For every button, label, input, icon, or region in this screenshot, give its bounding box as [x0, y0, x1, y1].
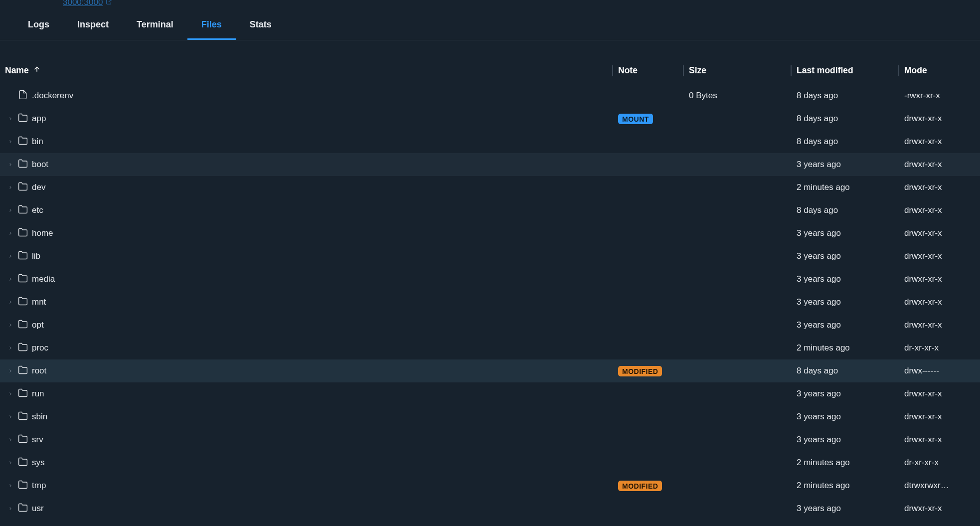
- column-header-modified[interactable]: Last modified: [797, 65, 904, 76]
- table-row[interactable]: usr3 years agodrwxr-xr-x: [0, 497, 980, 520]
- chevron-right-icon[interactable]: [7, 162, 14, 167]
- file-name: tmp: [32, 481, 46, 491]
- column-header-note[interactable]: Note: [618, 65, 689, 76]
- name-cell: app: [5, 113, 618, 125]
- modified-cell: 3 years ago: [797, 274, 904, 284]
- chevron-right-icon[interactable]: [7, 139, 14, 144]
- table-row[interactable]: sbin3 years agodrwxr-xr-x: [0, 405, 980, 428]
- chevron-right-icon[interactable]: [7, 346, 14, 351]
- name-cell: dev: [5, 181, 618, 194]
- name-cell: proc: [5, 342, 618, 354]
- column-header-mode[interactable]: Mode: [904, 65, 975, 76]
- chevron-right-icon[interactable]: [7, 414, 14, 419]
- file-name: srv: [32, 435, 43, 445]
- folder-icon: [18, 411, 28, 423]
- tab-logs[interactable]: Logs: [14, 10, 63, 40]
- column-header-name-text: Name: [5, 65, 29, 76]
- modified-cell: 3 years ago: [797, 412, 904, 422]
- name-cell: usr: [5, 503, 618, 515]
- table-row[interactable]: sys2 minutes agodr-xr-xr-x: [0, 451, 980, 474]
- folder-icon: [18, 319, 28, 332]
- table-row[interactable]: srv3 years agodrwxr-xr-x: [0, 428, 980, 451]
- chevron-right-icon[interactable]: [7, 391, 14, 396]
- modified-cell: 2 minutes ago: [797, 343, 904, 353]
- name-cell: tmp: [5, 480, 618, 492]
- file-name: media: [32, 274, 55, 284]
- file-name: app: [32, 114, 46, 124]
- table-row[interactable]: proc2 minutes agodr-xr-xr-x: [0, 337, 980, 359]
- external-link-icon: [106, 0, 113, 7]
- mode-cell: drwxr-xr-x: [904, 160, 975, 170]
- mode-cell: drwxr-xr-x: [904, 274, 975, 284]
- mode-cell: drwxr-xr-x: [904, 137, 975, 147]
- chevron-right-icon[interactable]: [7, 116, 14, 121]
- column-header-size[interactable]: Size: [689, 65, 797, 76]
- status-badge: MOUNT: [618, 114, 653, 124]
- file-name: .dockerenv: [32, 91, 73, 101]
- column-header-name[interactable]: Name: [5, 65, 618, 76]
- file-table: Name Note Size Last modified Mode .docke…: [0, 57, 980, 520]
- table-row[interactable]: etc8 days agodrwxr-xr-x: [0, 199, 980, 222]
- folder-icon: [18, 204, 28, 217]
- chevron-right-icon[interactable]: [7, 483, 14, 488]
- name-cell: media: [5, 273, 618, 286]
- file-name: sbin: [32, 412, 47, 422]
- file-name: proc: [32, 343, 48, 353]
- file-name: usr: [32, 504, 44, 514]
- table-row[interactable]: .dockerenv0 Bytes8 days ago-rwxr-xr-x: [0, 84, 980, 107]
- name-cell: mnt: [5, 296, 618, 309]
- table-row[interactable]: rootMODIFIED8 days agodrwx------: [0, 359, 980, 382]
- table-row[interactable]: run3 years agodrwxr-xr-x: [0, 382, 980, 405]
- name-cell: sys: [5, 457, 618, 469]
- table-row[interactable]: home3 years agodrwxr-xr-x: [0, 222, 980, 245]
- modified-cell: 3 years ago: [797, 320, 904, 330]
- name-cell: sbin: [5, 411, 618, 423]
- name-cell: boot: [5, 159, 618, 171]
- folder-icon: [18, 273, 28, 286]
- port-link[interactable]: 3000:3000: [0, 0, 113, 4]
- svg-line-0: [109, 0, 112, 2]
- mode-cell: dtrwxrwxr…: [904, 481, 975, 491]
- chevron-right-icon[interactable]: [7, 437, 14, 442]
- modified-cell: 3 years ago: [797, 435, 904, 445]
- name-cell: opt: [5, 319, 618, 332]
- table-row[interactable]: boot3 years agodrwxr-xr-x: [0, 153, 980, 176]
- tab-inspect[interactable]: Inspect: [63, 10, 123, 40]
- table-row[interactable]: opt3 years agodrwxr-xr-x: [0, 314, 980, 337]
- table-row[interactable]: dev2 minutes agodrwxr-xr-x: [0, 176, 980, 199]
- modified-cell: 3 years ago: [797, 389, 904, 399]
- table-row[interactable]: lib3 years agodrwxr-xr-x: [0, 245, 980, 268]
- name-cell: bin: [5, 136, 618, 148]
- tab-stats[interactable]: Stats: [236, 10, 286, 40]
- column-header-note-text: Note: [618, 65, 638, 76]
- tab-files[interactable]: Files: [187, 10, 236, 40]
- note-cell: MODIFIED: [618, 481, 689, 491]
- chevron-right-icon[interactable]: [7, 300, 14, 305]
- chevron-right-icon[interactable]: [7, 506, 14, 511]
- chevron-right-icon[interactable]: [7, 231, 14, 236]
- mode-cell: drwxr-xr-x: [904, 228, 975, 238]
- chevron-right-icon[interactable]: [7, 368, 14, 373]
- chevron-right-icon[interactable]: [7, 277, 14, 282]
- mode-cell: drwxr-xr-x: [904, 389, 975, 399]
- table-row[interactable]: bin8 days agodrwxr-xr-x: [0, 130, 980, 153]
- folder-icon: [18, 159, 28, 171]
- file-name: etc: [32, 205, 43, 215]
- mode-cell: drwxr-xr-x: [904, 205, 975, 215]
- chevron-right-icon[interactable]: [7, 460, 14, 465]
- table-row[interactable]: media3 years agodrwxr-xr-x: [0, 268, 980, 291]
- chevron-right-icon[interactable]: [7, 208, 14, 213]
- folder-icon: [18, 113, 28, 125]
- table-row[interactable]: mnt3 years agodrwxr-xr-x: [0, 291, 980, 314]
- tab-terminal[interactable]: Terminal: [123, 10, 187, 40]
- mode-cell: drwxr-xr-x: [904, 320, 975, 330]
- table-row[interactable]: tmpMODIFIED2 minutes agodtrwxrwxr…: [0, 474, 980, 497]
- table-row[interactable]: appMOUNT8 days agodrwxr-xr-x: [0, 107, 980, 130]
- chevron-right-icon[interactable]: [7, 323, 14, 328]
- note-cell: MODIFIED: [618, 366, 689, 376]
- chevron-right-icon[interactable]: [7, 254, 14, 259]
- name-cell: root: [5, 365, 618, 377]
- modified-cell: 3 years ago: [797, 504, 904, 514]
- mode-cell: drwxr-xr-x: [904, 251, 975, 261]
- chevron-right-icon[interactable]: [7, 185, 14, 190]
